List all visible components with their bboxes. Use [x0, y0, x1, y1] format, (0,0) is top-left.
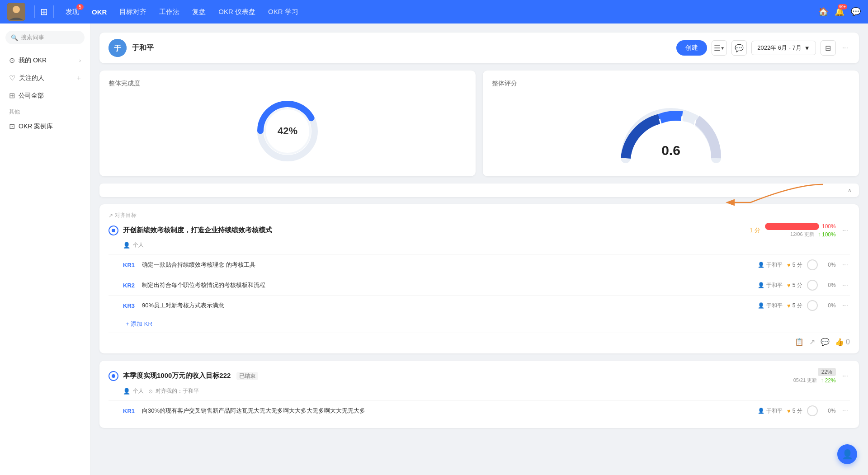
kr-more-1[interactable]: ···	[840, 261, 850, 269]
stats-row: 整体完成度 42% 整体评分	[99, 71, 859, 176]
target-icon: ⊙	[9, 56, 15, 65]
support-icon: 👤	[842, 449, 853, 460]
sidebar-section-other: 其他	[5, 104, 85, 118]
kr-circle-1	[807, 259, 818, 270]
kr-score-card2-1: ♥ 5 分	[787, 407, 802, 415]
nav-item-review[interactable]: 复盘	[186, 8, 212, 16]
home-icon-btn[interactable]: 🏠	[818, 7, 828, 17]
apps-icon[interactable]: ⊞	[40, 6, 48, 17]
kr-row-card2-1: KR1 向30%的现有客户交叉销售新产品阿达瓦无大无大无多啊大大多大无多啊大大无…	[108, 400, 850, 421]
nav-divider	[34, 5, 35, 18]
profile-header: 于 于和平 创建 ☰ ▼ 💬 2022年 6月 - 7月 ▼ ⊟	[99, 33, 859, 63]
kr-more-2[interactable]: ···	[840, 281, 850, 289]
collapse-toggle[interactable]: ∧	[99, 183, 859, 197]
more-btn-2[interactable]: ···	[840, 372, 850, 380]
sidebar-item-my-okr[interactable]: ⊙ 我的 OKR ›	[5, 52, 85, 69]
kr-score-2: ♥ 5 分	[787, 282, 802, 289]
kr-progress-3: 0%	[822, 302, 836, 309]
profile-name: 于和平	[132, 43, 154, 53]
view-toggle-btn[interactable]: ☰ ▼	[712, 40, 727, 56]
search-placeholder: 搜索同事	[21, 33, 44, 42]
heart-icon-3: ♥	[787, 302, 791, 309]
plus-icon[interactable]: +	[77, 74, 81, 82]
profile-actions: 创建 ☰ ▼ 💬 2022年 6月 - 7月 ▼ ⊟ ···	[676, 40, 850, 56]
kr-label-2: KR2	[123, 282, 137, 289]
chevron-right-icon: ›	[79, 57, 81, 64]
create-button[interactable]: 创建	[676, 40, 707, 56]
sidebar-item-following[interactable]: ♡ 关注的人 +	[5, 69, 85, 87]
date-filter[interactable]: 2022年 6月 - 7月 ▼	[751, 41, 816, 55]
user-icon-2: 👤	[758, 282, 764, 288]
heart-icon-4: ♥	[787, 408, 791, 414]
kr-label-3: KR3	[123, 302, 137, 309]
progress-bar-1: 100%	[765, 223, 836, 230]
search-icon: 🔍	[11, 34, 18, 41]
chat-btn[interactable]: 💬	[731, 40, 747, 56]
nav-item-method[interactable]: 工作法	[153, 8, 186, 16]
person-icon-2: 👤	[123, 388, 130, 395]
kr-score-1: ♥ 5 分	[787, 261, 802, 269]
kr-assignee-card2-1: 👤 于和平	[758, 407, 783, 415]
comment-icon-btn[interactable]: 💬	[821, 338, 830, 346]
search-bar[interactable]: 🔍 搜索同事	[5, 31, 85, 44]
rating-title: 整体评分	[492, 80, 850, 88]
donut-chart: 42%	[108, 95, 467, 167]
company-icon: ⊞	[9, 91, 15, 100]
nav-divider-2	[53, 5, 54, 18]
nav-item-okr[interactable]: OKR	[85, 8, 113, 16]
kr-row-2: KR2 制定出符合每个职位考核情况的考核模板和流程 👤 于和平 ♥ 5 分 0%…	[108, 275, 850, 295]
chevron-up-icon: ∧	[848, 187, 852, 193]
nav-item-learning[interactable]: OKR 学习	[262, 8, 305, 16]
nav-item-dashboard[interactable]: OKR 仪表盘	[212, 8, 262, 16]
more-options-btn[interactable]: ···	[840, 44, 850, 52]
kr-more-card2-1[interactable]: ···	[840, 407, 850, 415]
kr-title-2: 制定出符合每个职位考核情况的考核模板和流程	[142, 281, 753, 289]
copy-icon-btn[interactable]: 📋	[795, 338, 804, 346]
kr-progress-card2-1: 0%	[822, 408, 836, 414]
chat-icon-btn[interactable]: 💬	[851, 7, 861, 17]
more-btn-1[interactable]: ···	[840, 226, 850, 235]
objective-circle	[108, 226, 118, 235]
heart-icon-1: ♥	[787, 262, 791, 268]
sidebar-item-company[interactable]: ⊞ 公司全部	[5, 87, 85, 104]
library-icon: ⊡	[9, 122, 15, 131]
profile-avatar[interactable]: 于	[108, 39, 127, 57]
date-label: 2022年 6月 - 7月	[757, 44, 802, 52]
sidebar-item-case-library[interactable]: ⊡ OKR 案例库	[5, 118, 85, 135]
top-nav: ⊞ 发现 5 OKR 目标对齐 工作法 复盘 OKR 仪表盘 OKR 学习 🏠 …	[0, 0, 868, 24]
progress-pct-1: 100%	[822, 223, 836, 230]
kr-circle-3	[807, 300, 818, 311]
kr-label-1: KR1	[123, 262, 137, 268]
following-label: 关注的人	[19, 74, 44, 82]
kr-more-3[interactable]: ···	[840, 301, 850, 310]
like-icon-btn[interactable]: 👍 0	[835, 338, 850, 346]
gauge-chart: 0.6	[492, 95, 850, 167]
nav-avatar[interactable]	[7, 3, 25, 21]
objective-circle-2	[108, 371, 118, 381]
card-footer-1: 📋 ↗ 💬 👍 0	[108, 333, 850, 346]
update-delta-2: ↑ 22%	[821, 377, 835, 384]
main-content: 于 于和平 创建 ☰ ▼ 💬 2022年 6月 - 7月 ▼ ⊟	[90, 24, 868, 475]
filter-btn[interactable]: ⊟	[821, 40, 836, 56]
support-button[interactable]: 👤	[837, 444, 857, 464]
kr-circle-card2-1	[807, 405, 818, 416]
user-icon-3: 👤	[758, 302, 764, 309]
add-kr-btn[interactable]: + 添加 KR	[108, 315, 850, 330]
okr-card-2: 本季度实现1000万元的收入目标222 已结束 22% 05/21 更新 ↑ 2…	[99, 361, 859, 428]
svg-text:0.6: 0.6	[661, 143, 680, 158]
bell-icon-btn[interactable]: 🔔 99+	[835, 7, 844, 17]
progress-badge-2: 22%	[818, 368, 836, 376]
comment-icon: 💬	[735, 44, 744, 52]
nav-item-align[interactable]: 目标对齐	[113, 8, 153, 16]
svg-text:42%: 42%	[278, 125, 297, 136]
progress-bar-2: 22%	[818, 368, 836, 376]
person-icon: 👤	[123, 242, 130, 249]
dropdown-arrow-icon: ▼	[804, 45, 810, 52]
share-icon-btn[interactable]: ↗	[809, 338, 815, 346]
kr-label-card2-1: KR1	[123, 408, 137, 414]
sidebar: 🔍 搜索同事 ⊙ 我的 OKR › ♡ 关注的人 + ⊞ 公司全部 其他	[0, 24, 90, 475]
nav-item-discover[interactable]: 发现 5	[59, 8, 85, 16]
case-library-label: OKR 案例库	[19, 122, 53, 131]
kr-circle-2	[807, 280, 818, 291]
company-label: 公司全部	[19, 92, 44, 100]
